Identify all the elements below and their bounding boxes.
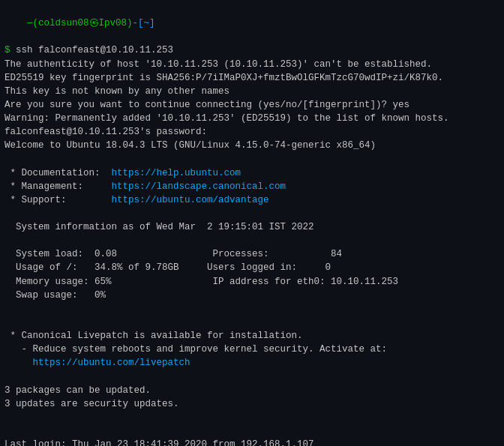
not-known: This key is not known by any other names [4, 85, 500, 98]
blank3 [4, 234, 500, 247]
blank5 [4, 316, 500, 329]
livepatch-url: https://ubuntu.com/livepatch [4, 356, 500, 370]
swapusage-line: Swap usage: 0% [4, 289, 500, 302]
blank8 [4, 424, 500, 438]
fingerprint: ED25519 key fingerprint is SHA256:P/7iIM… [4, 71, 500, 85]
title-bar: ─(coldsun08㉿Ipv08)-[~] [4, 3, 500, 43]
security-update: 3 updates are security updates. [4, 397, 500, 411]
blank2 [4, 207, 500, 220]
known-word: known [382, 113, 410, 124]
sysload-line: System load: 0.08 Processes: 84 [4, 247, 500, 261]
continue-prompt: Are you sure you want to continue connec… [4, 98, 500, 112]
diskusage-line: Usage of /: 34.8% of 9.78GB Users logged… [4, 261, 500, 274]
welcome-msg: Welcome to Ubuntu 18.04.3 LTS (GNU/Linux… [4, 139, 500, 152]
mgmt-line: * Management: https://landscape.canonica… [4, 180, 500, 193]
password-prompt: falconfeast@10.10.11.253's password: [4, 125, 500, 139]
sysinfo-header: System information as of Wed Mar 2 19:15… [4, 220, 500, 234]
blank1 [4, 152, 500, 166]
blank4 [4, 302, 500, 316]
livepatch-line: * Canonical Livepatch is available for i… [4, 329, 500, 343]
last-login: Last login: Thu Jan 23 18:41:39 2020 fro… [4, 438, 500, 446]
cmd-ssh: $ ssh falconfeast@10.10.11.253 [4, 43, 500, 57]
support-line: * Support: https://ubuntu.com/advantage [4, 193, 500, 207]
pkg-update: 3 packages can be updated. [4, 384, 500, 397]
warning-added: Warning: Permanently added '10.10.11.253… [4, 112, 500, 125]
blank7 [4, 411, 500, 424]
auth-warning: The authenticity of host '10.10.11.253 (… [4, 58, 500, 71]
doc-line: * Documentation: https://help.ubuntu.com [4, 166, 500, 180]
memusage-line: Memory usage: 65% IP address for eth0: 1… [4, 275, 500, 289]
terminal-window[interactable]: ─(coldsun08㉿Ipv08)-[~] $ ssh falconfeast… [0, 0, 504, 446]
blank6 [4, 370, 500, 383]
livepatch-detail: - Reduce system reboots and improve kern… [4, 343, 500, 356]
